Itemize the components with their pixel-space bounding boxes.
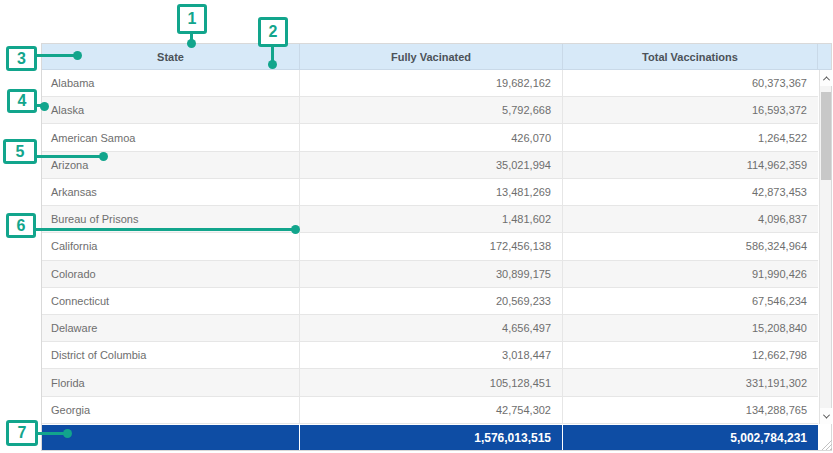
cell-total-vaccinations: 1,264,522: [563, 124, 818, 151]
callout-1-dot: [187, 39, 196, 48]
callout-4: 4: [7, 89, 37, 113]
cell-fully-vacinated: 4,656,497: [300, 315, 563, 342]
cell-total-vaccinations: 91,990,426: [563, 261, 818, 288]
chevron-up-icon: [822, 76, 829, 83]
cell-total-vaccinations: 586,324,964: [563, 233, 818, 260]
cell-fully-vacinated: 35,021,994: [300, 152, 563, 179]
table-row: American Samoa 426,070 1,264,522: [42, 124, 818, 151]
cell-total-vaccinations: 114,962,359: [563, 152, 818, 179]
chevron-down-icon: [822, 411, 829, 418]
callout-3-stem: [36, 54, 77, 57]
cell-state: Connecticut: [42, 288, 300, 315]
table-header-row: State Fully Vacinated Total Vaccinations: [42, 44, 831, 70]
cell-state: California: [42, 233, 300, 260]
cell-fully-vacinated: 42,754,302: [300, 397, 563, 424]
table-row: Alabama 19,682,162 60,373,367: [42, 70, 818, 97]
cell-fully-vacinated: 5,792,668: [300, 97, 563, 124]
cell-fully-vacinated: 172,456,138: [300, 233, 563, 260]
callout-3: 3: [6, 46, 37, 71]
callout-2: 2: [258, 17, 288, 47]
cell-state: Florida: [42, 369, 300, 396]
cell-state: Colorado: [42, 261, 300, 288]
callout-6-stem: [35, 228, 293, 231]
cell-total-vaccinations: 60,373,367: [563, 70, 818, 97]
cell-total-vaccinations: 12,662,798: [563, 342, 818, 369]
table-row: Georgia 42,754,302 134,288,765: [42, 397, 818, 424]
cell-total-vaccinations: 331,191,302: [563, 369, 818, 396]
cell-total-vaccinations: 15,208,840: [563, 315, 818, 342]
cell-state: Arkansas: [42, 179, 300, 206]
cell-fully-vacinated: 13,481,269: [300, 179, 563, 206]
scroll-up-button[interactable]: [820, 70, 832, 86]
scroll-down-button[interactable]: [820, 408, 832, 424]
table-widget-screenshot: State Fully Vacinated Total Vaccinations…: [0, 0, 833, 453]
summary-cell-state: [42, 425, 299, 450]
cell-state: Alaska: [42, 97, 300, 124]
table-row: Alaska 5,792,668 16,593,372: [42, 97, 818, 124]
table-row: Connecticut 20,569,233 67,546,234: [42, 288, 818, 315]
cell-state: American Samoa: [42, 124, 300, 151]
table-row: Colorado 30,899,175 91,990,426: [42, 261, 818, 288]
callout-1: 1: [177, 4, 207, 34]
cell-state: District of Columbia: [42, 342, 300, 369]
cell-total-vaccinations: 16,593,372: [563, 97, 818, 124]
cell-total-vaccinations: 67,546,234: [563, 288, 818, 315]
callout-5: 5: [3, 139, 37, 164]
callout-5-dot: [99, 152, 108, 161]
column-header-filler: [818, 44, 831, 69]
table-row: Arizona 35,021,994 114,962,359: [42, 152, 818, 179]
table-row: California 172,456,138 586,324,964: [42, 233, 818, 260]
table-row: Florida 105,128,451 331,191,302: [42, 369, 818, 396]
cell-total-vaccinations: 134,288,765: [563, 397, 818, 424]
vertical-scrollbar[interactable]: [819, 70, 831, 424]
callout-7-stem: [37, 432, 66, 435]
cell-state: Alabama: [42, 70, 300, 97]
cell-fully-vacinated: 30,899,175: [300, 261, 563, 288]
table-row: Arkansas 13,481,269 42,873,453: [42, 179, 818, 206]
callout-4-dot: [40, 102, 49, 111]
cell-state: Georgia: [42, 397, 300, 424]
cell-fully-vacinated: 20,569,233: [300, 288, 563, 315]
summary-cell-total-vaccinations: 5,002,784,231: [563, 425, 818, 450]
cell-fully-vacinated: 19,682,162: [300, 70, 563, 97]
column-header-fully-vacinated[interactable]: Fully Vacinated: [300, 44, 563, 69]
cell-state: Delaware: [42, 315, 300, 342]
callout-5-stem: [36, 155, 101, 158]
callout-7: 7: [6, 420, 38, 446]
callout-7-dot: [63, 429, 72, 438]
cell-fully-vacinated: 1,481,602: [300, 206, 563, 233]
table-row: District of Columbia 3,018,447 12,662,79…: [42, 342, 818, 369]
scrollbar-thumb[interactable]: [821, 92, 831, 180]
callout-6-dot: [291, 225, 300, 234]
table-row: Delaware 4,656,497 15,208,840: [42, 315, 818, 342]
summary-row: 1,576,013,515 5,002,784,231: [42, 425, 818, 450]
cell-fully-vacinated: 3,018,447: [300, 342, 563, 369]
callout-6: 6: [6, 213, 36, 238]
cell-total-vaccinations: 4,096,837: [563, 206, 818, 233]
cell-fully-vacinated: 426,070: [300, 124, 563, 151]
summary-cell-fully-vacinated: 1,576,013,515: [300, 425, 562, 450]
callout-3-dot: [73, 51, 82, 60]
cell-total-vaccinations: 42,873,453: [563, 179, 818, 206]
column-header-total-vaccinations[interactable]: Total Vaccinations: [563, 44, 818, 69]
callout-2-dot: [268, 60, 277, 69]
table-body: Alabama 19,682,162 60,373,367 Alaska 5,7…: [42, 70, 818, 424]
cell-fully-vacinated: 105,128,451: [300, 369, 563, 396]
